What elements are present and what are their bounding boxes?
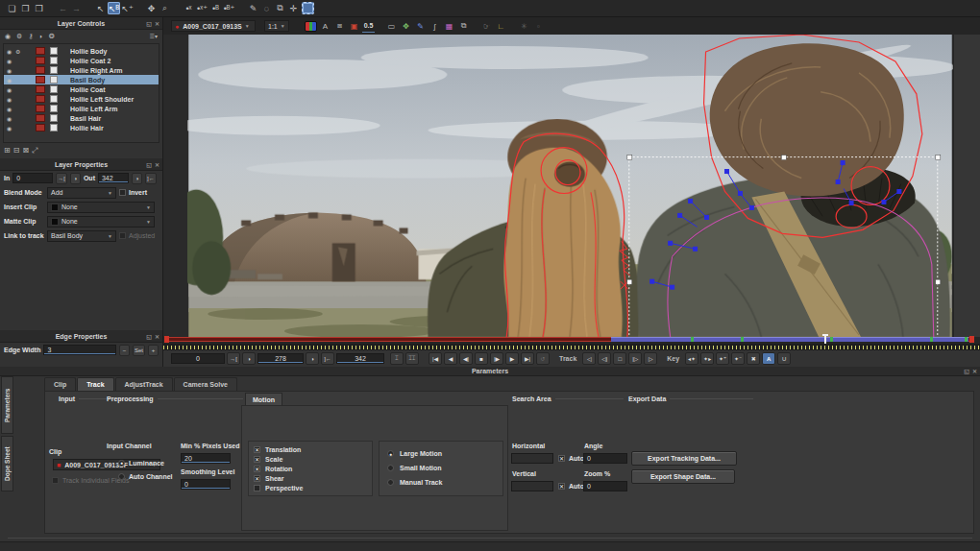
pan-tool-icon[interactable]: ✥ bbox=[145, 2, 158, 14]
layer-color-swatch[interactable] bbox=[36, 66, 45, 74]
visibility-column-icon[interactable]: ◉ bbox=[5, 33, 11, 40]
new-layer-button[interactable]: ⊞ bbox=[4, 146, 11, 155]
float-panel-icon[interactable]: ◱ bbox=[964, 368, 969, 374]
eye-icon[interactable]: ◉ bbox=[7, 67, 15, 74]
lock-column-icon[interactable]: ⚷ bbox=[28, 33, 33, 40]
out-half-button[interactable]: ◑ bbox=[132, 173, 142, 184]
grid-view-icon[interactable]: ▦ bbox=[443, 20, 455, 33]
add-point-b-plus-tool-icon[interactable]: •ᴮ⁺ bbox=[223, 2, 235, 14]
layer-color-swatch[interactable] bbox=[36, 76, 45, 84]
add-point-b-tool-icon[interactable]: •ᴮ bbox=[209, 2, 222, 14]
float-panel-icon[interactable]: ◱ bbox=[146, 161, 152, 168]
matte-clip-select[interactable]: None ▼ bbox=[47, 216, 155, 228]
viewer-canvas[interactable] bbox=[187, 35, 953, 337]
vertical-tab-dope-sheet[interactable]: Dope Sheet bbox=[1, 436, 13, 491]
create-rect-tool-icon[interactable]: ⧉ bbox=[274, 2, 286, 14]
layer-fill-toggle[interactable] bbox=[50, 105, 58, 112]
track-forwards-button[interactable]: ▷ bbox=[644, 352, 657, 365]
timeline-track[interactable] bbox=[163, 336, 980, 344]
stop-button[interactable]: ■ bbox=[475, 352, 488, 365]
add-keyframe-button[interactable]: ✦⁺ bbox=[716, 352, 729, 365]
eye-icon[interactable]: ◉ bbox=[7, 58, 15, 64]
out-frame-field[interactable]: 342 bbox=[336, 353, 384, 364]
radio-icon[interactable]: ● bbox=[387, 450, 394, 457]
export-tracking-data-button[interactable]: Export Tracking Data... bbox=[631, 451, 737, 466]
eye-icon[interactable]: ◉ bbox=[7, 77, 15, 84]
layer-fill-toggle[interactable] bbox=[50, 66, 58, 74]
tab-clip[interactable]: Clip bbox=[44, 377, 76, 391]
input-channel-radio[interactable]: ● Luminance bbox=[118, 456, 173, 469]
float-panel-icon[interactable]: ◱ bbox=[146, 333, 152, 340]
gear-icon[interactable]: ⚙ bbox=[15, 48, 24, 55]
layer-fill-toggle[interactable] bbox=[50, 85, 58, 93]
layer-row[interactable]: ◉ Hollie Hair bbox=[4, 123, 159, 132]
layer-fill-toggle[interactable] bbox=[50, 124, 58, 132]
in-half-button[interactable]: ◑ bbox=[70, 173, 81, 184]
undo-icon[interactable]: ← bbox=[57, 2, 69, 14]
track-backwards-button[interactable]: ◁ bbox=[582, 352, 596, 365]
in-frame-field[interactable]: 0 bbox=[171, 353, 225, 364]
motion-check-row[interactable]: Perspective bbox=[249, 483, 372, 492]
layer-row[interactable]: ◉ ⚙ Hollie Body bbox=[4, 46, 159, 56]
input-channel-radio[interactable]: Auto Channel bbox=[118, 469, 173, 483]
layer-color-swatch[interactable] bbox=[36, 85, 45, 93]
redo-icon[interactable]: → bbox=[70, 2, 83, 14]
loop-playback-button[interactable]: ↺ bbox=[536, 352, 550, 365]
tab-adjusttrack[interactable]: AdjustTrack bbox=[115, 377, 173, 391]
checkbox-icon[interactable]: ✕ bbox=[254, 446, 260, 453]
close-panel-icon[interactable]: ✕ bbox=[155, 20, 159, 27]
in-point-field[interactable]: 0 bbox=[12, 173, 53, 183]
set-out-button[interactable]: ]← bbox=[145, 173, 157, 184]
keyframe-marker[interactable] bbox=[691, 337, 694, 342]
layer-row[interactable]: ◉ Hollie Coat bbox=[4, 84, 159, 94]
fill-color-column-icon[interactable]: ❂ bbox=[49, 33, 55, 40]
motion-check-row[interactable]: ✕ Rotation bbox=[249, 464, 372, 473]
checkbox-icon[interactable]: ✕ bbox=[254, 466, 260, 472]
zoom-timeline-range-button[interactable]: ⌶ bbox=[390, 352, 404, 365]
close-panel-icon[interactable]: ✕ bbox=[972, 368, 977, 374]
uberkey-button[interactable]: U bbox=[777, 352, 791, 365]
overlay-opacity-value[interactable]: 0.5 bbox=[362, 19, 375, 33]
out-half-button[interactable]: ◑ bbox=[306, 352, 319, 365]
min-pixels-field[interactable]: 20 bbox=[181, 453, 231, 464]
motion-tab[interactable]: Motion bbox=[245, 393, 282, 406]
prev-keyframe-button[interactable]: ◂✦ bbox=[685, 352, 698, 365]
track-stop-button[interactable]: □ bbox=[613, 352, 626, 365]
insert-clip-select[interactable]: None ▼ bbox=[47, 202, 155, 213]
layer-color-swatch[interactable] bbox=[36, 124, 45, 132]
goto-start-button[interactable]: |◀ bbox=[429, 352, 442, 365]
layer-row[interactable]: ◉ Hollie Left Arm bbox=[4, 104, 159, 113]
layer-color-swatch[interactable] bbox=[36, 57, 45, 64]
zoom-percent-field[interactable]: 0 bbox=[583, 481, 627, 491]
eye-icon[interactable]: ◉ bbox=[7, 115, 15, 122]
motion-check-row[interactable]: ✕ Translation bbox=[249, 444, 372, 454]
keyframe-marker[interactable] bbox=[741, 337, 744, 342]
checkbox-icon[interactable]: ✕ bbox=[254, 475, 260, 482]
expand-button[interactable]: ⤢ bbox=[32, 146, 37, 156]
spline-view-icon[interactable]: ʃ bbox=[429, 20, 441, 33]
motion-radio-row[interactable]: ● Large Motion bbox=[380, 446, 502, 461]
motion-radio-row[interactable]: Small Motion bbox=[380, 461, 502, 475]
tab-camera-solve[interactable]: Camera Solve bbox=[174, 377, 237, 391]
select-tool-icon[interactable]: ↖ bbox=[94, 2, 107, 14]
clip-selector[interactable]: ● A009_C017_0913S ▼ bbox=[171, 20, 256, 32]
step-forward-button[interactable]: |▶ bbox=[490, 352, 503, 365]
float-panel-icon[interactable]: ◱ bbox=[146, 20, 152, 27]
transform-tool-icon[interactable]: ✛ bbox=[287, 2, 300, 14]
layer-color-swatch[interactable] bbox=[36, 105, 45, 112]
step-back-button[interactable]: ◀| bbox=[459, 352, 473, 365]
edge-width-minus-button[interactable]: − bbox=[119, 345, 130, 356]
tab-track[interactable]: Track bbox=[77, 377, 113, 391]
overlay-toggle-icon[interactable]: ⧈ bbox=[333, 20, 346, 33]
close-panel-icon[interactable]: ✕ bbox=[155, 333, 159, 340]
eye-icon[interactable]: ◉ bbox=[7, 86, 15, 93]
delete-keyframe-button[interactable]: ✦⁻ bbox=[731, 352, 745, 365]
radio-icon[interactable] bbox=[387, 479, 394, 486]
create-spline-tool-icon[interactable]: ✎ bbox=[247, 2, 259, 14]
set-in-button[interactable]: →[ bbox=[227, 352, 240, 365]
keyframe-marker[interactable] bbox=[830, 337, 833, 342]
new-group-button[interactable]: ⊟ bbox=[13, 146, 20, 155]
checkbox-icon[interactable]: ✕ bbox=[254, 456, 260, 463]
eye-icon[interactable]: ◉ bbox=[7, 48, 15, 55]
new-project-icon[interactable]: ❏ bbox=[6, 2, 18, 14]
